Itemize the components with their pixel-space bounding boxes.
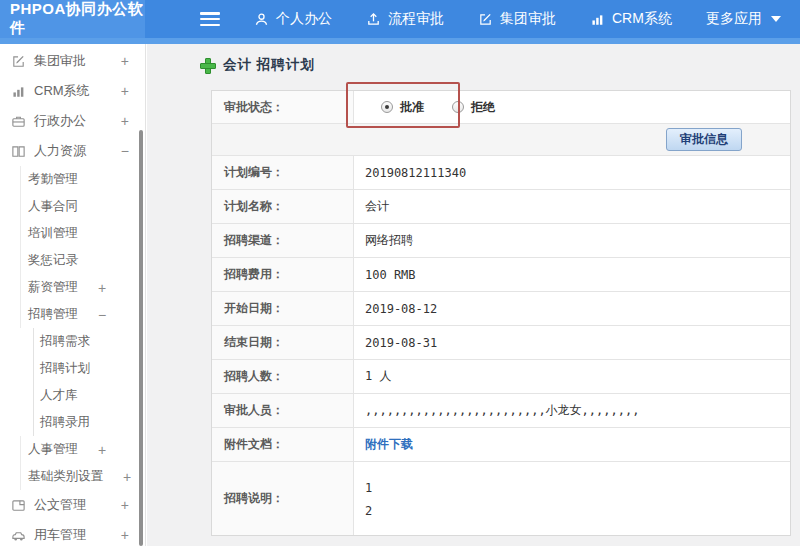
field-value: ,,,,,,,,,,,,,,,,,,,,,,,,,小龙女,,,,,,,, (354, 394, 790, 427)
nav-personal-office[interactable]: 个人办公 (254, 10, 332, 28)
expand-icon[interactable]: + (121, 113, 129, 129)
expand-icon[interactable]: + (121, 527, 129, 543)
briefcase-icon (10, 113, 26, 129)
sidebar-item-label: 奖惩记录 (28, 252, 78, 269)
radio-reject[interactable]: 拒绝 (452, 99, 495, 116)
sidebar-item-label: CRM系统 (34, 82, 90, 100)
sidebar-item-label: 招聘计划 (40, 360, 90, 377)
field-label: 审批状态： (212, 91, 354, 123)
description-line: 1 (365, 481, 372, 495)
sidebar-item-hr[interactable]: 人力资源 − (0, 136, 145, 166)
sidebar-item-vehicle-mgmt[interactable]: 用车管理 + (0, 520, 145, 546)
edit-icon (10, 53, 26, 69)
expand-icon[interactable]: + (121, 53, 129, 69)
sidebar-item-training[interactable]: 培训管理 (0, 220, 145, 247)
edit-icon (478, 12, 493, 27)
table-row: 计划编号： 20190812111340 (212, 156, 790, 190)
nav-label: 集团审批 (500, 10, 556, 28)
sidebar-item-recruit-hire[interactable]: 招聘录用 (0, 409, 145, 436)
table-row: 招聘费用： 100 RMB (212, 258, 790, 292)
sidebar-item-label: 人才库 (40, 387, 78, 404)
sidebar-item-label: 招聘录用 (40, 414, 90, 431)
table-row: 招聘人数： 1 人 (212, 360, 790, 394)
sidebar-item-recruit-mgmt[interactable]: 招聘管理 − (0, 301, 145, 328)
table-row: 开始日期： 2019-08-12 (212, 292, 790, 326)
approval-action-row: 审批信息 (212, 124, 790, 156)
field-label: 附件文档： (212, 428, 354, 461)
expand-icon[interactable]: + (123, 469, 131, 485)
sidebar-item-hr-contract[interactable]: 人事合同 (0, 193, 145, 220)
sidebar-item-group-approval[interactable]: 集团审批 + (0, 46, 145, 76)
sidebar-item-label: 薪资管理 (28, 279, 78, 296)
page-title-row: 会计 招聘计划 (200, 56, 315, 74)
sidebar-item-label: 行政办公 (34, 112, 86, 130)
sidebar-item-talent-pool[interactable]: 人才库 (0, 382, 145, 409)
bar-chart-icon (590, 12, 605, 27)
sidebar-item-personnel-mgmt[interactable]: 人事管理 + (0, 436, 145, 463)
menu-toggle-icon[interactable] (200, 12, 220, 26)
sidebar-item-label: 人力资源 (34, 142, 86, 160)
field-value: 网络招聘 (354, 224, 790, 257)
expand-icon[interactable]: − (121, 143, 129, 159)
export-icon (366, 12, 381, 27)
expand-icon[interactable]: + (121, 497, 129, 513)
sidebar-item-label: 集团审批 (34, 52, 86, 70)
sidebar-item-recruit-demand[interactable]: 招聘需求 (0, 328, 145, 355)
nav-label: CRM系统 (612, 10, 672, 28)
nav-process-approval[interactable]: 流程审批 (366, 10, 444, 28)
sidebar-item-label: 人事合同 (28, 198, 78, 215)
field-label: 开始日期： (212, 292, 354, 325)
sidebar-item-admin-office[interactable]: 行政办公 + (0, 106, 145, 136)
sidebar-item-label: 考勤管理 (28, 171, 78, 188)
bar-chart-icon (10, 83, 26, 99)
caret-down-icon (771, 16, 781, 22)
nav-label: 个人办公 (276, 10, 332, 28)
field-value: 会计 (354, 190, 790, 223)
app-window: PHPOA协同办公软件 个人办公 流程审批 (0, 0, 800, 546)
sidebar-item-label: 公文管理 (34, 496, 86, 514)
expand-icon[interactable]: − (98, 307, 106, 323)
sidebar-item-label: 培训管理 (28, 225, 78, 242)
person-icon (254, 12, 269, 27)
table-row: 计划名称： 会计 (212, 190, 790, 224)
sidebar-item-attendance[interactable]: 考勤管理 (0, 166, 145, 193)
topbar: PHPOA协同办公软件 个人办公 流程审批 (0, 0, 800, 38)
table-row: 招聘渠道： 网络招聘 (212, 224, 790, 258)
approval-info-button[interactable]: 审批信息 (666, 128, 742, 151)
book-icon (10, 143, 26, 159)
radio-button-icon[interactable] (381, 101, 393, 113)
app-logo[interactable]: PHPOA协同办公软件 (0, 0, 145, 38)
sidebar-scrollbar[interactable] (139, 130, 143, 546)
sidebar-item-salary[interactable]: 薪资管理 + (0, 274, 145, 301)
sidebar-item-document-mgmt[interactable]: 公文管理 + (0, 490, 145, 520)
attachment-download-link[interactable]: 附件下载 (365, 436, 413, 453)
sidebar-item-label: 招聘管理 (28, 306, 78, 323)
sidebar: 集团审批 + CRM系统 + 行政办公 + (0, 44, 146, 546)
sidebar-item-crm[interactable]: CRM系统 + (0, 76, 145, 106)
field-label: 计划名称： (212, 190, 354, 223)
sidebar-item-label: 用车管理 (34, 526, 86, 544)
approval-status-row: 审批状态： 批准 拒绝 (212, 91, 790, 124)
expand-icon[interactable]: + (121, 83, 129, 99)
sidebar-item-label: 招聘需求 (40, 333, 90, 350)
sidebar-item-base-category[interactable]: 基础类别设置 + (0, 463, 145, 490)
recruit-plan-form: 审批状态： 批准 拒绝 审批信息 (211, 90, 791, 536)
sidebar-item-rewards[interactable]: 奖惩记录 (0, 247, 145, 274)
nav-label: 更多应用 (706, 10, 762, 28)
field-value: 2019-08-12 (354, 292, 790, 325)
expand-icon[interactable]: + (98, 442, 106, 458)
sidebar-item-recruit-plan[interactable]: 招聘计划 (0, 355, 145, 382)
table-row: 审批人员： ,,,,,,,,,,,,,,,,,,,,,,,,,小龙女,,,,,,… (212, 394, 790, 428)
description-line: 2 (365, 504, 372, 518)
page-title: 会计 招聘计划 (223, 56, 315, 74)
expand-icon[interactable]: + (98, 280, 106, 296)
nav-group-approval[interactable]: 集团审批 (478, 10, 556, 28)
field-value: 1 人 (354, 360, 790, 393)
nav-crm[interactable]: CRM系统 (590, 10, 672, 28)
table-row: 结束日期： 2019-08-31 (212, 326, 790, 360)
field-label: 计划编号： (212, 156, 354, 189)
radio-approve[interactable]: 批准 (381, 99, 424, 116)
nav-more-apps[interactable]: 更多应用 (706, 10, 781, 28)
field-label: 招聘说明： (212, 462, 354, 535)
radio-button-icon[interactable] (452, 101, 464, 113)
